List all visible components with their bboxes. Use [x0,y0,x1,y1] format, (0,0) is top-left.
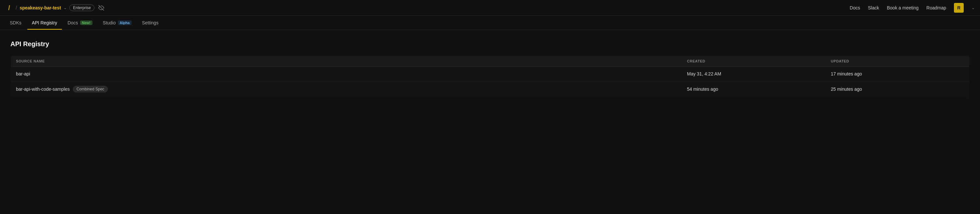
slack-link[interactable]: Slack [868,5,879,10]
table-cell-updated-2: 25 minutes ago [826,81,970,97]
tab-studio[interactable]: Studio Alpha [98,16,136,30]
logo-icon[interactable]: / [5,4,13,12]
main-content: API Registry SOURCE NAME CREATED UPDATED… [0,30,980,214]
tab-sdks[interactable]: SDKs [5,16,26,30]
table-cell-source-name-1: bar-api [11,67,682,81]
tab-docs[interactable]: Docs New! [63,16,97,30]
tab-docs-label: Docs [68,20,78,25]
visibility-off-icon[interactable] [97,3,105,12]
table-cell-created-1: May 31, 4:22 AM [682,67,826,81]
secondary-nav: SDKs API Registry Docs New! Studio Alpha… [0,16,980,30]
tab-api-registry[interactable]: API Registry [27,16,62,30]
enterprise-badge[interactable]: Enterprise [69,5,94,11]
top-nav-right: Docs Slack Book a meeting Roadmap R ⌄ [850,3,975,13]
tab-studio-label: Studio [103,20,116,25]
table-row[interactable]: bar-api May 31, 4:22 AM 17 minutes ago [11,67,970,81]
avatar[interactable]: R [954,3,964,13]
chevron-down-icon[interactable]: ⌄ [64,6,67,10]
table-cell-created-2: 54 minutes ago [682,81,826,97]
project-name[interactable]: speakeasy-bar-test [19,5,61,10]
account-chevron-icon[interactable]: ⌄ [972,6,975,10]
new-badge: New! [80,21,92,25]
tab-settings[interactable]: Settings [137,16,163,30]
source-name-container-1: bar-api [16,71,676,76]
book-meeting-link[interactable]: Book a meeting [887,5,918,10]
col-header-updated: UPDATED [826,56,970,67]
table-header-row: SOURCE NAME CREATED UPDATED [11,56,970,67]
top-nav-left: / / speakeasy-bar-test ⌄ Enterprise [5,3,850,12]
col-header-created: CREATED [682,56,826,67]
table-cell-updated-1: 17 minutes ago [826,67,970,81]
table-cell-source-name-2: bar-api-with-code-samples Combined Spec [11,81,682,97]
roadmap-link[interactable]: Roadmap [926,5,946,10]
page-title: API Registry [10,40,970,48]
source-name-container-2: bar-api-with-code-samples Combined Spec [16,86,676,92]
source-name-text-1: bar-api [16,71,30,76]
breadcrumb-separator: / [16,5,17,11]
table-row[interactable]: bar-api-with-code-samples Combined Spec … [11,81,970,97]
combined-spec-badge[interactable]: Combined Spec [73,86,108,92]
alpha-badge: Alpha [118,21,132,25]
logo-slash: / [8,5,10,11]
col-header-source-name: SOURCE NAME [11,56,682,67]
top-nav: / / speakeasy-bar-test ⌄ Enterprise Docs… [0,0,980,16]
registry-table: SOURCE NAME CREATED UPDATED bar-api May … [10,55,970,97]
docs-link[interactable]: Docs [850,5,860,10]
source-name-text-2: bar-api-with-code-samples [16,87,70,92]
